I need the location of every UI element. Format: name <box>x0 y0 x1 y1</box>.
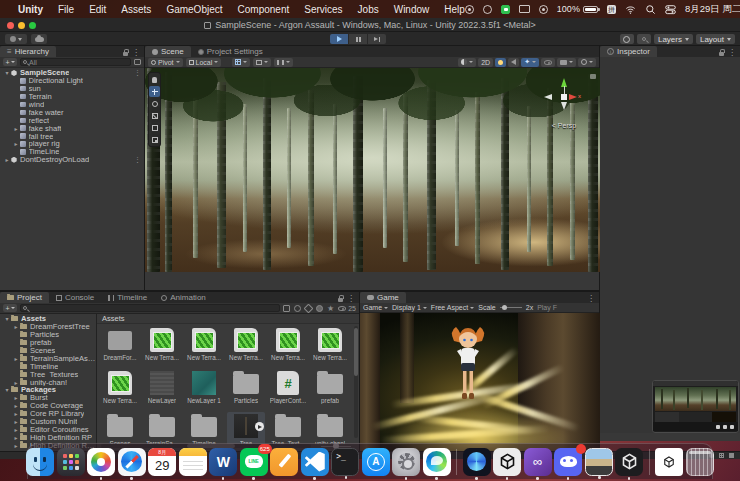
dock-word-icon[interactable]: W <box>209 448 237 476</box>
gizmo-center-cube[interactable] <box>561 94 567 100</box>
dock-unitydoc-icon[interactable] <box>655 448 683 476</box>
expand-arrow-icon[interactable]: ▸ <box>12 426 20 433</box>
dock-launchpad-icon[interactable] <box>57 448 85 476</box>
scene-camera-lock-icon[interactable] <box>590 74 596 79</box>
dock-visualstudio-icon[interactable]: ∞ <box>524 448 552 476</box>
asset-tile[interactable]: Timeline <box>185 412 223 444</box>
dock-preview-icon[interactable] <box>585 448 613 476</box>
view-tool-button[interactable] <box>149 74 160 85</box>
gizmo-left-axis[interactable] <box>544 94 552 100</box>
hierarchy-item-row[interactable]: fall tree <box>0 132 144 140</box>
asset-tile[interactable]: Particles <box>227 369 265 412</box>
menu-item-help[interactable]: Help <box>444 4 465 15</box>
rect-tool-button[interactable] <box>149 122 160 133</box>
cloud-services-button[interactable] <box>31 34 47 44</box>
control-center-icon[interactable] <box>665 4 676 15</box>
scene-visibility-icon[interactable] <box>134 59 141 65</box>
preview-icon-1[interactable] <box>716 425 720 429</box>
project-folder-row[interactable]: ▸Burst <box>0 394 96 402</box>
layout-dropdown[interactable]: Layout <box>696 34 735 44</box>
gizmo-down-axis[interactable] <box>561 102 567 110</box>
scale-slider[interactable] <box>500 307 522 308</box>
asset-tile[interactable]: New Terra... <box>227 326 265 369</box>
dock-unityhub-icon[interactable] <box>493 448 521 476</box>
asset-tile[interactable]: New Terra... <box>101 369 139 412</box>
tab-console[interactable]: Console <box>49 292 101 303</box>
asset-tile[interactable]: Tree <box>227 412 265 444</box>
save-search-star-icon[interactable]: ★ <box>327 305 334 312</box>
game-viewport[interactable] <box>360 313 600 451</box>
asset-tile[interactable]: NewLayer 1 <box>185 369 223 412</box>
hierarchy-item-row[interactable]: reflect <box>0 116 144 124</box>
grid-visibility-dropdown[interactable] <box>232 58 250 67</box>
tab-hierarchy[interactable]: ≡Hierarchy <box>0 46 56 57</box>
project-folder-row[interactable]: ▸Custom NUnit <box>0 418 96 426</box>
asset-tile[interactable]: DreamFor... <box>101 326 139 369</box>
dock-pages-icon[interactable] <box>270 448 298 476</box>
pivot-toggle[interactable]: Pivot <box>148 58 183 67</box>
floating-preview-window[interactable] <box>652 380 739 433</box>
orientation-gizmo[interactable]: x <box>542 76 586 120</box>
scale-slider-knob[interactable] <box>502 305 507 310</box>
expand-arrow-icon[interactable]: ▾ <box>3 315 11 322</box>
line-status-icon[interactable] <box>501 5 510 14</box>
project-folder-row[interactable]: ▸unity-chan! <box>0 378 96 386</box>
menu-item-jobs[interactable]: Jobs <box>358 4 379 15</box>
expand-arrow-icon[interactable]: ▸ <box>12 410 20 417</box>
kebab-menu-icon[interactable]: ⋮ <box>587 295 595 303</box>
lock-icon[interactable] <box>338 298 343 302</box>
expand-arrow-icon[interactable]: ▸ <box>12 434 20 441</box>
hierarchy-search-input[interactable]: All <box>20 58 131 66</box>
game-view-mode-dropdown[interactable]: Game <box>363 304 388 311</box>
display-status-icon[interactable] <box>519 5 530 13</box>
asset-tile[interactable]: New Terra... <box>311 326 349 369</box>
spotlight-search-icon[interactable] <box>645 4 656 15</box>
kebab-menu-icon[interactable]: ⋮ <box>134 156 144 164</box>
expand-arrow-icon[interactable]: ▸ <box>12 140 20 147</box>
gizmo-x-axis[interactable] <box>569 94 577 100</box>
hidden-objects-toggle[interactable] <box>541 58 555 67</box>
display-dropdown[interactable]: Display 1 <box>392 304 427 311</box>
create-asset-button[interactable]: + <box>3 304 17 312</box>
expand-arrow-icon[interactable]: ▸ <box>12 125 20 132</box>
dock-safari-icon[interactable] <box>118 448 146 476</box>
menu-item-gameobject[interactable]: GameObject <box>166 4 222 15</box>
move-tool-button[interactable] <box>149 86 160 97</box>
record-status-icon[interactable] <box>539 5 548 14</box>
asset-tile[interactable]: NewLayer <box>143 369 181 412</box>
snap-settings-dropdown[interactable] <box>253 58 271 67</box>
dock-settings-icon[interactable] <box>392 448 420 476</box>
hierarchy-item-row[interactable]: ▾SampleScene⋮ <box>0 69 144 77</box>
play-focused-dropdown[interactable]: Play F <box>537 304 557 311</box>
lighting-toggle[interactable] <box>495 58 506 67</box>
project-folder-row[interactable]: ▸Editor Coroutines <box>0 425 96 433</box>
asset-tile[interactable]: New Terra... <box>143 326 181 369</box>
audio-toggle[interactable] <box>508 58 519 67</box>
dock-line-icon[interactable]: LINE625 <box>240 448 268 476</box>
project-folder-row[interactable]: ▸DreamForestTree <box>0 323 96 331</box>
preset-icon[interactable] <box>316 305 323 312</box>
hierarchy-item-row[interactable]: TimeLine <box>0 148 144 156</box>
transform-tool-button[interactable] <box>149 134 160 145</box>
camera-settings-dropdown[interactable] <box>557 58 576 67</box>
search-button[interactable] <box>637 34 651 44</box>
expand-arrow-icon[interactable]: ▾ <box>3 69 11 76</box>
expand-arrow-icon[interactable]: ▸ <box>3 156 11 163</box>
hierarchy-item-row[interactable]: Directional Light <box>0 77 144 85</box>
menu-item-services[interactable]: Services <box>304 4 342 15</box>
tab-animation[interactable]: Animation <box>154 292 213 303</box>
hierarchy-item-row[interactable]: Terrain <box>0 93 144 101</box>
menu-item-unity[interactable]: Unity <box>18 4 43 15</box>
expand-arrow-icon[interactable]: ▸ <box>12 394 20 401</box>
project-folder-row[interactable]: ▸TerrainSampleAssets <box>0 354 96 362</box>
preview-icon-2[interactable] <box>723 425 727 429</box>
asset-tile[interactable]: New Terra... <box>269 326 307 369</box>
asset-tile[interactable]: Scenes <box>101 412 139 444</box>
tab-game[interactable]: Game <box>360 292 406 303</box>
battery-indicator[interactable]: 100% <box>557 4 598 14</box>
menu-item-file[interactable]: File <box>58 4 74 15</box>
account-button[interactable] <box>5 34 27 44</box>
dock-calendar-icon[interactable]: 8月29 <box>148 448 176 476</box>
tab-project-settings[interactable]: Project Settings <box>191 46 270 57</box>
dock-edge-icon[interactable] <box>423 448 451 476</box>
